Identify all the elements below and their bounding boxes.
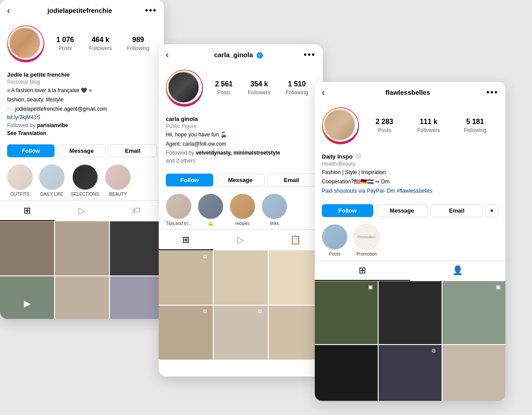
grid-item[interactable] [110,221,164,275]
card3-posts-stat: 2 283 Posts [376,118,393,134]
grid-item[interactable]: ▣ [442,281,505,344]
multi-icon: ⧉ [432,348,439,355]
grid-item[interactable] [55,276,109,319]
grid-item[interactable] [379,281,442,344]
card1-email-button[interactable]: Email [109,144,157,157]
grid-item[interactable] [55,221,109,275]
card3-bio: Daily Inspo 🤍 Health/Beauty Fashion | St… [315,153,505,201]
card3-stats: 2 283 Posts 111 k Followers 5 181 Follow… [364,118,498,134]
tab-reels[interactable]: ▷ [213,230,268,250]
card2-posts-stat: 2 561 Posts [215,80,233,96]
card2-profile: 2 561 Posts 354 k Followers 1 510 Follow… [159,65,323,116]
tab-tagged[interactable]: 🏷 [110,201,164,221]
card2-highlights: Tips and tri... 💪 recipes links [159,190,323,229]
card1-photo-grid: ▶ [0,221,164,319]
highlight-links[interactable]: links [262,194,287,226]
tab-grid[interactable]: ⊞ [159,230,213,250]
highlight-tips[interactable]: Tips and tri... [166,194,192,226]
card3-message-button[interactable]: Message [376,204,428,217]
play-icon: ▶ [24,298,31,309]
grid-item[interactable]: ⧉ [159,306,213,360]
card-jodie: ‹ jodielapetitefrenchie ••• 1 076 Posts … [0,0,164,319]
card3-tabs: ⊞ 👤 [315,260,505,281]
card2-following-stat: 1 510 Following [286,80,308,96]
back-button[interactable]: ‹ [166,50,169,60]
card2-avatar [168,71,200,103]
highlight-muscle[interactable]: 💪 [198,194,223,226]
card2-email-button[interactable]: Email [267,174,316,186]
card2-tabs: ⊞ ▷ 📋 [159,229,323,251]
back-button[interactable]: ‹ [7,5,10,16]
grid-item[interactable]: ▣ [315,281,378,344]
card1-followed-by: Followed by parisianvibe [7,122,157,128]
highlight-outfits[interactable]: OUTFITS [7,164,33,197]
card1-tabs: ⊞ ▷ 🏷 [0,200,164,221]
highlight-beauty[interactable]: BEAUTY [105,164,131,197]
grid-icon: ⊞ [359,265,366,275]
card1-following-stat: 989 Following [127,36,149,52]
card1-username: jodielapetitefrenchie [15,7,145,14]
grid-icon: ⊞ [182,234,190,245]
multi-icon: ⧉ [203,308,210,315]
card1-highlights: OUTFITS DAILY LIFE SELECTIONS BEAUTY [0,161,164,200]
grid-item[interactable] [442,345,505,401]
card1-avatar-ring[interactable] [7,25,44,62]
highlight-selections[interactable]: SELECTIONS [71,164,99,197]
card2-stats: 2 561 Posts 354 k Followers 1 510 Follow… [207,80,316,96]
tab-tagged[interactable]: 👤 [410,260,505,281]
tab-grid[interactable]: ⊞ [315,260,410,281]
grid-item[interactable]: ⧉ [379,345,442,401]
card3-highlights: ·Pools· Promotion ·Promotion· [315,221,505,260]
card3-header: ‹ flawlessbelles ••• [315,82,505,103]
grid-item[interactable]: ⧉ [159,251,213,305]
tagged-icon: 🏷 [132,206,141,216]
grid-item[interactable] [315,345,378,401]
more-button[interactable]: ••• [304,50,316,60]
card1-follow-button[interactable]: Follow [7,144,55,157]
highlight-pools[interactable]: ·Pools· [322,224,348,256]
card2-bio: carla ginola Public Figure Hii, hope you… [159,116,323,170]
grid-item[interactable] [0,221,54,275]
tagged-icon: 👤 [452,265,463,275]
grid-item[interactable]: ▶ [0,276,54,319]
card3-followers-stat: 111 k Followers [417,118,440,134]
tab-reels[interactable]: ▷ [55,201,109,221]
card3-avatar-ring[interactable] [322,107,359,144]
card1-stats: 1 076 Posts 464 k Followers 989 Followin… [49,36,157,52]
card3-following-stat: 5 181 Following [464,118,486,134]
more-button[interactable]: ••• [145,5,157,16]
card3-chevron-button[interactable]: ▾ [485,204,498,217]
card2-avatar-ring[interactable] [166,70,203,107]
card2-username: carla_ginola [173,51,304,58]
multi-icon: ⧉ [258,308,265,315]
card1-message-button[interactable]: Message [57,144,106,157]
card-carla: ‹ carla_ginola ••• 2 561 Posts [159,44,323,376]
card2-actions: Follow Message Email [159,170,323,190]
highlight-daily[interactable]: DAILY LIFE [39,164,65,197]
multi-icon: ⧉ [203,253,210,260]
card2-follow-button[interactable]: Follow [166,174,213,186]
highlight-promotion[interactable]: Promotion ·Promotion· [354,224,379,256]
card3-username: flawlessbelles [329,89,486,96]
grid-item[interactable] [214,251,268,305]
grid-icon: ⊞ [23,205,31,216]
tab-grid[interactable]: ⊞ [0,201,55,221]
verified-badge [257,52,263,58]
card3-actions: Follow Message Email ▾ [315,201,505,221]
highlight-recipes[interactable]: recipes [230,194,255,226]
card2-followers-stat: 354 k Followers [248,80,270,96]
card3-avatar [324,109,356,141]
card3-email-button[interactable]: Email [430,204,483,217]
card1-posts-stat: 1 076 Posts [56,36,74,52]
more-button[interactable]: ••• [486,87,498,97]
card2-followed-others: and 2 others [166,158,316,164]
card1-header: ‹ jodielapetitefrenchie ••• [0,0,164,21]
card2-message-button[interactable]: Message [216,174,264,186]
card3-follow-button[interactable]: Follow [322,204,373,217]
video-badge: ▣ [368,284,375,291]
grid-item[interactable]: ⧉ [214,306,268,360]
grid-item[interactable] [110,276,164,319]
reels-icon: ▷ [78,205,85,216]
card1-bio: Jodie la petite frenchie Personal Blog «… [0,71,164,141]
back-button[interactable]: ‹ [322,87,325,97]
